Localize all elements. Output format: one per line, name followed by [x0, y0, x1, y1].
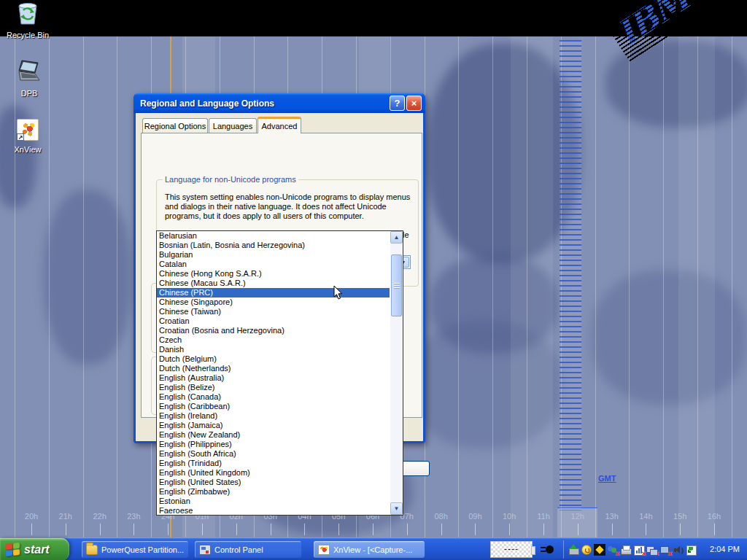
- hour-tick: [543, 524, 544, 535]
- hour-label: 21h: [50, 512, 82, 521]
- language-option[interactable]: English (Ireland): [157, 411, 403, 421]
- language-option[interactable]: English (Zimbabwe): [157, 487, 403, 497]
- hour-tick: [714, 524, 715, 535]
- language-option[interactable]: English (Australia): [157, 373, 403, 383]
- chart-error-icon[interactable]: ×: [633, 544, 645, 556]
- language-option[interactable]: Estonian: [157, 497, 403, 506]
- language-option[interactable]: Chinese (Singapore): [157, 298, 403, 307]
- system-tray: ××××: [563, 538, 697, 560]
- language-option[interactable]: English (Caribbean): [157, 402, 403, 411]
- language-option[interactable]: Bulgarian: [157, 250, 403, 260]
- display-error-icon[interactable]: ×: [659, 544, 671, 556]
- language-option[interactable]: Chinese (PRC): [157, 288, 390, 298]
- shortcut-arrow-icon: ↗: [17, 133, 24, 141]
- gmt-meridian-band: [560, 40, 581, 510]
- hour-tick: [578, 524, 578, 535]
- language-option[interactable]: English (Belize): [157, 383, 403, 392]
- language-option[interactable]: Belarusian: [157, 231, 403, 241]
- hour-tick: [338, 524, 339, 535]
- hour-label: 14h: [630, 512, 662, 521]
- hour-tick: [646, 524, 646, 535]
- language-option[interactable]: Catalan: [157, 260, 403, 269]
- tab-advanced[interactable]: Advanced: [258, 117, 301, 133]
- language-option[interactable]: English (United Kingdom): [157, 468, 403, 478]
- language-option[interactable]: Croatian (Bosnia and Herzegovina): [157, 326, 403, 335]
- dialog-titlebar[interactable]: Regional and Language Options ? ×: [133, 93, 425, 113]
- hour-tick: [202, 524, 203, 535]
- language-option[interactable]: English (United States): [157, 478, 403, 487]
- taskbar-clock[interactable]: 2:04 PM: [710, 538, 740, 560]
- hour-label: 16h: [698, 512, 730, 521]
- close-icon: ×: [411, 98, 417, 109]
- battery-meter[interactable]: ----: [490, 541, 533, 558]
- wallpaper-top-strip: IBM: [0, 0, 747, 36]
- language-option[interactable]: English (South Africa): [157, 449, 403, 459]
- language-option[interactable]: Chinese (Taiwan): [157, 307, 403, 316]
- dialog-title: Regional and Language Options: [140, 98, 388, 109]
- hour-label: 11h: [527, 512, 560, 521]
- language-option[interactable]: English (Philippines): [157, 440, 403, 449]
- language-dropdown-list: BelarusianBosnian (Latin, Bosnia and Her…: [156, 230, 403, 516]
- language-option[interactable]: Croatian: [157, 316, 403, 326]
- language-option[interactable]: Chinese (Hong Kong S.A.R.): [157, 269, 403, 279]
- language-option[interactable]: Bosnian (Latin, Bosnia and Herzegovina): [157, 241, 403, 250]
- network-disconnected-icon[interactable]: ×: [646, 544, 658, 556]
- group-description: This system setting enables non-Unicode …: [165, 192, 410, 221]
- language-option[interactable]: Chinese (Macau S.A.R.): [157, 279, 403, 288]
- apply-button-fragment[interactable]: [399, 461, 430, 476]
- language-option[interactable]: Dutch (Belgium): [157, 354, 403, 364]
- hour-label: 15h: [664, 512, 696, 521]
- close-button[interactable]: ×: [406, 96, 422, 111]
- hour-tick: [509, 524, 510, 535]
- task-button[interactable]: PowerQuest Partition...: [82, 541, 188, 558]
- scroll-up-icon[interactable]: ▲: [390, 231, 403, 244]
- start-button-label: start: [24, 543, 50, 556]
- volume-icon[interactable]: [673, 544, 684, 556]
- scrollbar-grip: [394, 283, 400, 289]
- taskbar: start PowerQuest Partition...Control Pan…: [0, 537, 747, 560]
- desktop-icon-label: Recycle Bin: [0, 31, 55, 39]
- hour-tick: [66, 524, 66, 535]
- desktop-icon-recycle-bin[interactable]: Recycle Bin: [0, 1, 55, 39]
- help-button[interactable]: ?: [390, 96, 405, 111]
- hour-tick: [133, 524, 134, 535]
- flag-window-icon[interactable]: [686, 544, 697, 556]
- language-option[interactable]: Danish: [157, 345, 403, 354]
- tab-regional-options[interactable]: Regional Options: [142, 118, 208, 133]
- ati-icon[interactable]: [594, 544, 605, 556]
- hour-label: 12h: [562, 512, 594, 521]
- tab-languages[interactable]: Languages: [209, 118, 257, 133]
- language-option[interactable]: English (Canada): [157, 392, 403, 402]
- cpanel-icon: [199, 545, 211, 555]
- desktop-icon-xnview[interactable]: ↗ XnView: [0, 119, 55, 154]
- desktop-icon-dpb[interactable]: DPB: [1, 58, 57, 98]
- task-button[interactable]: XnView - [<Capture-...: [314, 541, 425, 558]
- list-scrollbar[interactable]: ▲ ▼: [390, 231, 403, 515]
- scroll-down-icon[interactable]: ▼: [390, 502, 403, 515]
- language-option[interactable]: Dutch (Netherlands): [157, 364, 403, 373]
- messenger-icon[interactable]: [581, 544, 592, 556]
- recycle-bin-icon: [13, 1, 42, 26]
- hour-tick: [236, 524, 237, 535]
- language-option[interactable]: Faeroese: [157, 506, 403, 516]
- hour-tick: [612, 524, 613, 535]
- hour-tick: [441, 524, 442, 535]
- language-option[interactable]: Czech: [157, 335, 403, 345]
- start-button[interactable]: start: [0, 538, 69, 560]
- users-offline-icon[interactable]: ×: [607, 544, 619, 556]
- task-button-label: Control Panel: [214, 545, 263, 554]
- hour-label: 13h: [596, 512, 628, 521]
- printer-icon[interactable]: [620, 544, 632, 556]
- hour-tick: [31, 524, 32, 535]
- task-button-label: XnView - [<Capture-...: [333, 545, 412, 554]
- task-button-label: PowerQuest Partition...: [101, 545, 184, 554]
- desktop-icon-label: DPB: [1, 89, 57, 98]
- remove-hardware-icon[interactable]: [568, 544, 579, 556]
- task-button[interactable]: Control Panel: [195, 541, 301, 558]
- language-option[interactable]: English (Trinidad): [157, 459, 403, 468]
- language-option[interactable]: English (Jamaica): [157, 421, 403, 430]
- xnview-icon: [318, 545, 330, 555]
- ac-power-plug-icon[interactable]: [540, 544, 556, 555]
- scrollbar-thumb[interactable]: [391, 254, 402, 316]
- language-option[interactable]: English (New Zealand): [157, 430, 403, 440]
